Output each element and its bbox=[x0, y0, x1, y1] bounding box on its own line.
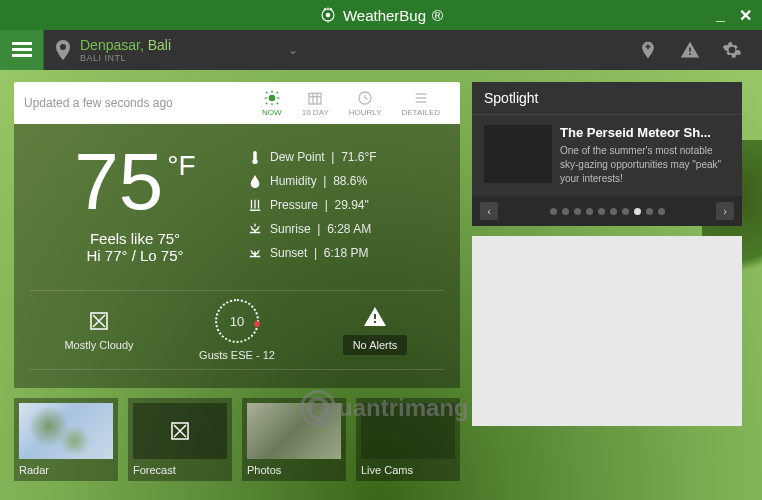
spotlight-dots bbox=[550, 208, 665, 215]
hi-lo: Hi 77° / Lo 75° bbox=[30, 247, 240, 264]
spotlight-dot[interactable] bbox=[658, 208, 665, 215]
temperature-display: 75 °F Feels like 75° Hi 77° / Lo 75° bbox=[30, 142, 240, 270]
alerts-status[interactable]: No Alerts bbox=[307, 305, 444, 355]
forecast-tile[interactable]: Forecast bbox=[128, 398, 232, 481]
wind-dial: 10 bbox=[215, 299, 259, 343]
tab-detailed[interactable]: DETAILED bbox=[391, 90, 450, 117]
gear-icon[interactable] bbox=[722, 40, 742, 60]
forecast-thumbnail bbox=[133, 403, 227, 459]
warning-icon bbox=[363, 305, 387, 329]
spotlight-next-button[interactable]: › bbox=[716, 202, 734, 220]
svg-rect-6 bbox=[12, 42, 32, 45]
wind-status: 10 Gusts ESE - 12 bbox=[169, 299, 306, 361]
svg-line-14 bbox=[266, 92, 267, 93]
spotlight-dot[interactable] bbox=[634, 208, 641, 215]
svg-point-9 bbox=[268, 94, 275, 101]
watermark: Quantrimang bbox=[300, 390, 469, 426]
svg-point-5 bbox=[330, 8, 332, 10]
svg-rect-7 bbox=[12, 48, 32, 51]
spotlight-dot[interactable] bbox=[646, 208, 653, 215]
svg-rect-8 bbox=[12, 54, 32, 57]
calendar-icon bbox=[305, 90, 325, 106]
humidity-icon bbox=[248, 174, 262, 188]
add-location-icon[interactable] bbox=[638, 40, 658, 60]
svg-line-17 bbox=[266, 102, 267, 103]
pressure-icon bbox=[248, 198, 262, 212]
chevron-down-icon: ⌄ bbox=[288, 43, 298, 57]
ad-placeholder bbox=[472, 236, 742, 426]
sunrise-icon bbox=[248, 222, 262, 236]
location-station: BALI INTL bbox=[80, 53, 171, 63]
updated-text: Updated a few seconds ago bbox=[24, 96, 252, 110]
temperature-value: 75 bbox=[74, 142, 163, 222]
spotlight-item[interactable]: The Perseid Meteor Sh... One of the summ… bbox=[472, 115, 742, 196]
location-region: Bali bbox=[148, 37, 171, 53]
list-icon bbox=[411, 90, 431, 106]
spotlight-image bbox=[484, 125, 552, 183]
spotlight-dot[interactable] bbox=[574, 208, 581, 215]
svg-point-29 bbox=[252, 159, 257, 164]
spotlight-dot[interactable] bbox=[586, 208, 593, 215]
titlebar: WeatherBug® _ ✕ bbox=[0, 0, 762, 30]
thermometer-icon bbox=[248, 150, 262, 164]
spotlight-prev-button[interactable]: ‹ bbox=[480, 202, 498, 220]
spotlight-dot[interactable] bbox=[622, 208, 629, 215]
svg-point-4 bbox=[324, 8, 326, 10]
weather-details: Dew Point | 71.6°F Humidity | 88.6% Pres… bbox=[240, 142, 444, 270]
sun-icon bbox=[262, 90, 282, 106]
minimize-button[interactable]: _ bbox=[716, 6, 725, 25]
svg-line-15 bbox=[276, 102, 277, 103]
svg-line-16 bbox=[276, 92, 277, 93]
spotlight-header: Spotlight bbox=[472, 82, 742, 115]
cloudy-icon bbox=[87, 309, 111, 333]
spotlight-title: The Perseid Meteor Sh... bbox=[560, 125, 730, 140]
spotlight-dot[interactable] bbox=[562, 208, 569, 215]
spotlight-dot[interactable] bbox=[598, 208, 605, 215]
spotlight-dot[interactable] bbox=[550, 208, 557, 215]
app-logo: WeatherBug® bbox=[319, 6, 443, 24]
location-pin-icon bbox=[54, 40, 72, 60]
navbar: Denpasar, Bali BALI INTL ⌄ bbox=[0, 30, 762, 70]
temperature-unit: °F bbox=[167, 150, 195, 182]
svg-rect-18 bbox=[309, 93, 321, 104]
radar-tile[interactable]: Radar bbox=[14, 398, 118, 481]
sunset-icon bbox=[248, 246, 262, 260]
tab-hourly[interactable]: HOURLY bbox=[339, 90, 392, 117]
location-selector[interactable]: Denpasar, Bali BALI INTL ⌄ bbox=[44, 37, 638, 63]
menu-button[interactable] bbox=[0, 30, 44, 70]
tab-10day[interactable]: 10 DAY bbox=[292, 90, 339, 117]
svg-rect-28 bbox=[253, 151, 257, 160]
location-city: Denpasar, bbox=[80, 37, 144, 53]
svg-point-1 bbox=[326, 13, 331, 18]
close-button[interactable]: ✕ bbox=[739, 6, 752, 25]
condition-status: Mostly Cloudy bbox=[31, 309, 168, 351]
spotlight-panel: Spotlight The Perseid Meteor Sh... One o… bbox=[472, 82, 742, 226]
view-tabs: Updated a few seconds ago NOW 10 DAY HOU… bbox=[14, 82, 460, 124]
brand-name: WeatherBug bbox=[343, 7, 426, 24]
spotlight-dot[interactable] bbox=[610, 208, 617, 215]
clock-icon bbox=[355, 90, 375, 106]
alerts-icon[interactable] bbox=[680, 40, 700, 60]
tab-now[interactable]: NOW bbox=[252, 90, 292, 117]
svg-line-24 bbox=[365, 98, 368, 99]
radar-thumbnail bbox=[19, 403, 113, 459]
spotlight-desc: One of the summer's most notable sky-gaz… bbox=[560, 144, 730, 186]
feels-like: Feels like 75° bbox=[30, 230, 240, 247]
current-conditions-panel: 75 °F Feels like 75° Hi 77° / Lo 75° Dew… bbox=[14, 124, 460, 388]
